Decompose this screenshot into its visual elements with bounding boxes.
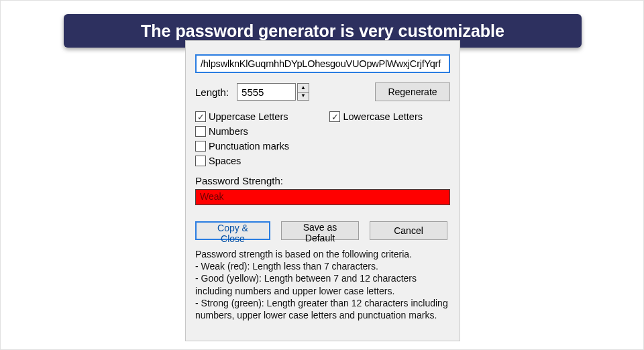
strength-bar: Weak: [195, 189, 450, 205]
copy-close-button[interactable]: Copy & Close: [195, 221, 270, 240]
punctuation-label: Punctuation marks: [209, 141, 289, 152]
options-group: ✓ Uppercase Letters ✓ Lowercase Letters …: [195, 109, 450, 168]
numbers-label: Numbers: [209, 126, 248, 137]
save-default-button[interactable]: Save as Default: [281, 221, 359, 240]
strength-label: Password Strength:: [195, 175, 450, 186]
password-generator-dialog: Length: ▲ ▼ Regenerate ✓ Uppercase Lette…: [185, 40, 460, 341]
stepper-down-icon[interactable]: ▼: [298, 93, 309, 101]
criteria-good: - Good (yellow): Length between 7 and 12…: [195, 272, 454, 296]
lowercase-checkbox[interactable]: ✓: [329, 111, 340, 122]
spaces-label: Spaces: [209, 156, 241, 166]
length-stepper[interactable]: ▲ ▼: [297, 83, 309, 101]
numbers-checkbox[interactable]: [195, 126, 206, 137]
stepper-up-icon[interactable]: ▲: [298, 84, 309, 93]
criteria-intro: Password strength is based on the follow…: [195, 248, 454, 260]
uppercase-label: Uppercase Letters: [209, 111, 288, 122]
dialog-button-row: Copy & Close Save as Default Cancel: [195, 221, 450, 240]
uppercase-checkbox[interactable]: ✓: [195, 111, 206, 122]
criteria-weak: - Weak (red): Length less than 7 charact…: [195, 260, 454, 272]
generated-password-input[interactable]: [195, 54, 450, 73]
spaces-checkbox[interactable]: [195, 156, 206, 166]
length-label: Length:: [195, 86, 229, 98]
punctuation-checkbox[interactable]: [195, 141, 206, 152]
length-row: Length: ▲ ▼ Regenerate: [195, 82, 450, 101]
criteria-strong: - Strong (green): Length greater than 12…: [195, 297, 454, 321]
lowercase-label: Lowercase Letters: [343, 111, 422, 122]
regenerate-button[interactable]: Regenerate: [375, 82, 450, 101]
cancel-button[interactable]: Cancel: [370, 221, 447, 240]
criteria-text: Password strength is based on the follow…: [195, 248, 454, 321]
length-input[interactable]: [237, 83, 296, 101]
